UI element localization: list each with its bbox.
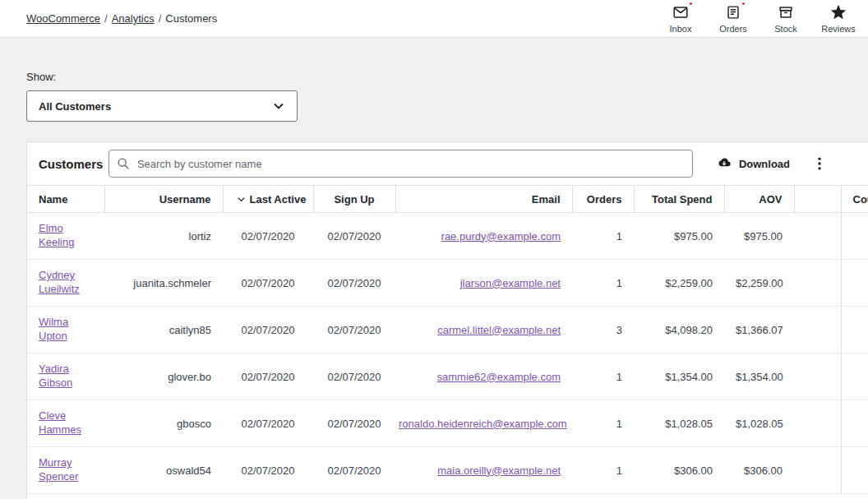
customer-name-link[interactable]: Murray Spencer — [39, 456, 78, 483]
column-header-name[interactable]: Name — [27, 186, 104, 213]
download-button[interactable]: Download — [711, 155, 795, 173]
customer-email-link[interactable]: carmel.littel@example.net — [437, 324, 561, 336]
aov-cell: $1,366.07 — [724, 307, 794, 353]
last-active-cell: 02/07/2020 — [223, 260, 313, 307]
activity-tab-reviews[interactable]: Reviews — [812, 1, 865, 36]
email-cell: sammie62@example.com — [395, 353, 572, 400]
name-cell: Cydney Lueilwitz — [27, 260, 104, 307]
sort-descending-icon — [235, 193, 247, 206]
column-header-total-spend[interactable]: Total Spend — [634, 186, 724, 213]
column-header-label: Last Active — [250, 193, 307, 206]
orders-icon — [724, 3, 742, 21]
country-cell — [841, 260, 868, 307]
email-cell: rae.purdy@example.com — [395, 213, 572, 260]
country-cell — [841, 400, 868, 447]
last-active-cell: 02/07/2020 — [223, 353, 313, 400]
reviews-icon — [829, 3, 847, 21]
table-menu-button[interactable] — [810, 154, 829, 173]
email-cell: jlarson@example.net — [395, 260, 572, 307]
name-cell: Murray Spencer — [27, 447, 104, 494]
breadcrumb-link-analytics[interactable]: Analytics — [112, 12, 155, 25]
customer-email-link[interactable]: rae.purdy@example.com — [441, 230, 561, 243]
username-cell: lortiz — [104, 213, 223, 260]
last-active-cell: 02/07/2020 — [223, 400, 313, 447]
breadcrumb-current: Customers — [165, 12, 217, 25]
customer-row: Cydney Lueilwitz juanita.schmeler 02/07/… — [27, 260, 868, 307]
column-header-orders[interactable]: Orders — [572, 186, 634, 213]
activity-tab-orders[interactable]: Orders — [707, 1, 760, 36]
country-cell — [841, 447, 868, 494]
customer-name-link[interactable]: Cleve Hammes — [39, 409, 81, 436]
customer-row: Wilma Upton caitlyn85 02/07/2020 02/07/2… — [27, 307, 868, 353]
sign-up-cell: 02/07/2020 — [313, 400, 395, 447]
customer-row: Yadira Gibson glover.bo 02/07/2020 02/07… — [27, 353, 868, 400]
stock-icon — [777, 3, 795, 21]
chevron-down-icon — [270, 98, 287, 114]
customer-email-link[interactable]: maia.oreilly@example.net — [437, 464, 561, 477]
last-active-cell: 02/07/2020 — [223, 213, 313, 260]
last-active-cell: 02/07/2020 — [223, 447, 313, 494]
customer-name-link[interactable]: Cydney Lueilwitz — [39, 269, 80, 295]
breadcrumb-link-woocommerce[interactable]: WooCommerce — [26, 12, 100, 25]
column-header-aov[interactable]: AOV — [724, 186, 794, 213]
inbox-icon — [672, 3, 690, 21]
selected-filter-value: All Customers — [39, 100, 111, 113]
customer-email-link[interactable]: jlarson@example.net — [460, 277, 561, 289]
top-header-bar: WooCommerce/Analytics/Customers Inbox Or… — [0, 0, 868, 38]
sign-up-cell: 02/07/2020 — [313, 260, 395, 307]
customers-table-body: Elmo Keeling lortiz 02/07/2020 02/07/202… — [27, 213, 868, 494]
total-spend-cell: $1,028.05 — [634, 400, 724, 447]
name-cell: Wilma Upton — [27, 307, 104, 353]
card-bottom-spacer — [27, 494, 868, 499]
aov-cell: $975.00 — [724, 213, 794, 260]
customers-table: Name Username Last Active Sign Up Email … — [27, 185, 868, 494]
column-header-username[interactable]: Username — [104, 186, 223, 213]
country-cell — [841, 307, 868, 353]
customer-name-link[interactable]: Wilma Upton — [39, 316, 68, 342]
customer-name-link[interactable]: Elmo Keeling — [39, 222, 74, 248]
name-cell: Elmo Keeling — [27, 213, 104, 260]
orders-cell: 1 — [572, 213, 634, 260]
customer-name-link[interactable]: Yadira Gibson — [39, 363, 72, 389]
spacer-cell — [794, 400, 841, 447]
cloud-download-icon — [716, 155, 732, 172]
total-spend-cell: $4,098.20 — [634, 307, 724, 353]
email-cell: carmel.littel@example.net — [395, 307, 572, 353]
customer-email-link[interactable]: ronaldo.heidenreich@example.com — [399, 418, 567, 430]
customer-email-link[interactable]: sammie62@example.com — [437, 371, 561, 383]
sign-up-cell: 02/07/2020 — [313, 307, 395, 353]
spacer-cell — [794, 307, 841, 353]
column-header-last-active[interactable]: Last Active — [223, 186, 313, 213]
column-header-country[interactable]: Country — [841, 186, 868, 213]
activity-tab-label: Stock — [774, 24, 797, 34]
email-cell: ronaldo.heidenreich@example.com — [395, 400, 572, 447]
orders-cell: 1 — [572, 353, 634, 400]
aov-cell: $306.00 — [724, 447, 794, 494]
column-header-sign-up[interactable]: Sign Up — [313, 186, 395, 213]
ellipsis-icon — [811, 155, 828, 172]
total-spend-cell: $975.00 — [634, 213, 724, 260]
name-cell: Yadira Gibson — [27, 353, 104, 400]
orders-cell: 1 — [572, 447, 634, 494]
unread-badge — [688, 1, 694, 7]
username-cell: gbosco — [104, 400, 223, 447]
orders-cell: 3 — [572, 307, 634, 353]
aov-cell: $1,354.00 — [724, 353, 794, 400]
name-cell: Cleve Hammes — [27, 400, 104, 447]
customer-search — [108, 150, 693, 178]
activity-tab-stock[interactable]: Stock — [760, 1, 812, 36]
aov-cell: $2,259.00 — [724, 260, 794, 307]
customers-filter-select[interactable]: All Customers — [26, 90, 298, 122]
column-header-email[interactable]: Email — [395, 186, 572, 213]
table-card-header: Customers Download — [27, 142, 841, 185]
total-spend-cell: $2,259.00 — [634, 260, 724, 307]
unread-badge — [741, 1, 746, 7]
breadcrumb-separator: / — [159, 12, 162, 25]
spacer-cell — [794, 260, 841, 307]
table-header-row: Name Username Last Active Sign Up Email … — [27, 186, 868, 213]
country-cell — [841, 353, 868, 400]
search-input[interactable] — [108, 150, 693, 178]
sign-up-cell: 02/07/2020 — [313, 447, 395, 494]
spacer-cell — [794, 353, 841, 400]
activity-tab-inbox[interactable]: Inbox — [654, 1, 707, 36]
